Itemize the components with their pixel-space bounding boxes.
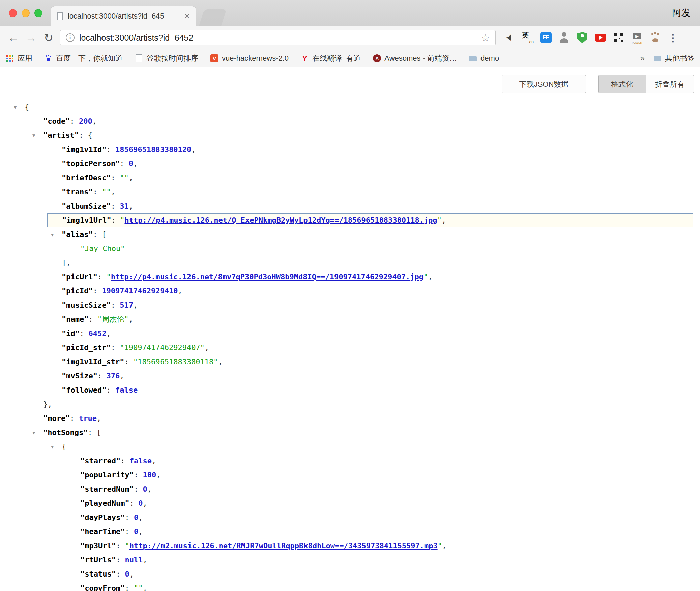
collapse-toggle-icon[interactable]: ▼ bbox=[51, 440, 54, 454]
bookmark-item[interactable]: demo bbox=[469, 54, 499, 63]
collapse-toggle-icon[interactable]: ▼ bbox=[51, 227, 54, 242]
extension-qrcode-icon[interactable] bbox=[612, 30, 626, 45]
bookmarks-overflow-icon[interactable]: » bbox=[640, 54, 645, 63]
bookmark-label: 百度一下，你就知道 bbox=[56, 53, 123, 63]
bookmarks-right-group: » 其他书签 bbox=[640, 50, 695, 67]
extension-translate-icon[interactable] bbox=[521, 30, 535, 45]
json-line: "hearTime": 0, bbox=[0, 525, 700, 539]
page-icon bbox=[135, 54, 143, 62]
extension-arrow-icon[interactable] bbox=[502, 30, 517, 45]
json-token: , bbox=[92, 117, 97, 125]
json-line: "dayPlays": 0, bbox=[0, 510, 700, 525]
json-token: : bbox=[80, 329, 89, 338]
json-token: "starred" bbox=[80, 457, 120, 465]
forward-button[interactable]: → bbox=[22, 32, 40, 43]
json-token: "img1v1Url" bbox=[62, 216, 111, 224]
bookmarks-bar: 应用百度一下，你就知道谷歌按时间排序vue-hackernews-2.0在线翻译… bbox=[0, 50, 700, 67]
tab-close-icon[interactable]: × bbox=[184, 11, 190, 21]
json-token: 517 bbox=[120, 301, 133, 309]
json-token: "18569651883380118" bbox=[133, 357, 218, 366]
json-token: "trans" bbox=[62, 188, 93, 196]
bookmark-item[interactable]: 应用 bbox=[6, 53, 32, 63]
json-line: "trans": "", bbox=[0, 185, 700, 199]
json-line: "code": 200, bbox=[0, 114, 700, 128]
download-json-button[interactable]: 下载JSON数据 bbox=[502, 75, 586, 93]
json-token: , bbox=[120, 372, 124, 380]
bookmark-item[interactable]: 百度一下，你就知道 bbox=[45, 53, 123, 63]
json-token: " bbox=[438, 541, 442, 550]
extension-fehelper-icon[interactable] bbox=[539, 30, 553, 45]
bookmark-label: demo bbox=[480, 54, 499, 63]
json-token: , bbox=[133, 301, 138, 309]
bookmark-star-icon[interactable]: ☆ bbox=[481, 32, 490, 44]
bookmark-item[interactable]: Awesomes - 前端资… bbox=[373, 53, 457, 63]
bookmark-item[interactable]: vue-hackernews-2.0 bbox=[210, 54, 289, 63]
json-token: { bbox=[25, 103, 29, 111]
baidu-icon bbox=[45, 54, 53, 62]
json-token: "popularity" bbox=[80, 471, 134, 479]
bookmark-label: 在线翻译_有道 bbox=[312, 53, 361, 63]
extension-shield-icon[interactable] bbox=[575, 30, 589, 45]
close-window-button[interactable] bbox=[9, 9, 17, 17]
json-line: }, bbox=[0, 397, 700, 411]
json-token: "dayPlays" bbox=[80, 513, 125, 522]
json-line: ▼{ bbox=[0, 440, 700, 454]
json-token: "id" bbox=[62, 329, 80, 338]
profile-name: 阿发 bbox=[672, 7, 691, 19]
json-token: null bbox=[125, 556, 143, 564]
minimize-window-button[interactable] bbox=[22, 9, 30, 17]
json-url-link[interactable]: http://p4.music.126.net/8mv7qP30Pd3oHW8b… bbox=[111, 273, 424, 281]
json-token: "alias" bbox=[62, 230, 93, 239]
collapse-toggle-icon[interactable]: ▼ bbox=[14, 100, 17, 114]
json-token: "mvSize" bbox=[62, 372, 97, 380]
zoom-window-button[interactable] bbox=[34, 9, 42, 17]
json-token: }, bbox=[43, 400, 52, 408]
extension-paw-icon[interactable] bbox=[648, 30, 662, 45]
json-token: : bbox=[93, 287, 102, 295]
json-token: : bbox=[134, 471, 143, 479]
back-button[interactable]: ← bbox=[5, 32, 22, 43]
browser-tab[interactable]: localhost:3000/artists?id=645 × bbox=[51, 6, 196, 26]
collapse-toggle-icon[interactable]: ▼ bbox=[32, 128, 35, 143]
json-token: : bbox=[97, 273, 107, 281]
collapse-all-button[interactable]: 折叠所有 bbox=[646, 75, 694, 93]
other-bookmarks-label: 其他书签 bbox=[665, 53, 695, 63]
json-token: , bbox=[147, 485, 152, 493]
json-line: "rtUrls": null, bbox=[0, 553, 700, 567]
vue-icon bbox=[210, 54, 218, 62]
json-line: "picUrl": "http://p4.music.126.net/8mv7q… bbox=[0, 270, 700, 284]
other-bookmarks-folder[interactable]: 其他书签 bbox=[653, 53, 695, 63]
extension-profile-icon[interactable] bbox=[557, 30, 571, 45]
extension-player-icon[interactable] bbox=[630, 30, 644, 45]
json-url-link[interactable]: http://m2.music.126.net/RMJR7wDullRqppBk… bbox=[129, 541, 438, 550]
bookmark-item[interactable]: 在线翻译_有道 bbox=[301, 53, 361, 63]
json-token: 376 bbox=[106, 372, 120, 380]
url-input[interactable]: localhost:3000/artists?id=6452 bbox=[79, 33, 481, 43]
reload-button[interactable]: ↻ bbox=[40, 32, 57, 43]
json-line: "briefDesc": "", bbox=[0, 171, 700, 185]
json-token: "musicSize" bbox=[62, 301, 111, 309]
json-url-link[interactable]: http://p4.music.126.net/Q_ExePNkmgB2yWyL… bbox=[124, 216, 437, 224]
awesomes-icon bbox=[373, 54, 381, 62]
json-token: true bbox=[79, 414, 97, 423]
json-token: "followed" bbox=[62, 386, 106, 394]
json-token: " bbox=[120, 216, 124, 224]
browser-menu-icon[interactable]: ⋮ bbox=[667, 32, 679, 44]
json-token: " bbox=[106, 273, 111, 281]
new-tab-button[interactable] bbox=[199, 9, 227, 26]
json-token: : bbox=[134, 485, 143, 493]
json-line: ▼{ bbox=[0, 100, 700, 114]
json-token: 0 bbox=[138, 499, 143, 507]
json-token: 18569651883380120 bbox=[115, 145, 191, 154]
collapse-toggle-icon[interactable]: ▼ bbox=[32, 426, 35, 440]
json-token: "topicPerson" bbox=[62, 159, 120, 168]
site-info-icon[interactable] bbox=[66, 33, 75, 42]
json-token: "19097417462929407" bbox=[120, 343, 205, 352]
json-line: "img1v1Url": "http://p4.music.126.net/Q_… bbox=[47, 213, 693, 227]
format-button[interactable]: 格式化 bbox=[598, 75, 646, 93]
extension-youtube-icon[interactable] bbox=[593, 30, 608, 45]
address-bar[interactable]: localhost:3000/artists?id=6452 ☆ bbox=[60, 30, 496, 45]
json-token: : bbox=[97, 372, 107, 380]
json-token: : bbox=[70, 117, 79, 125]
bookmark-item[interactable]: 谷歌按时间排序 bbox=[135, 53, 198, 63]
